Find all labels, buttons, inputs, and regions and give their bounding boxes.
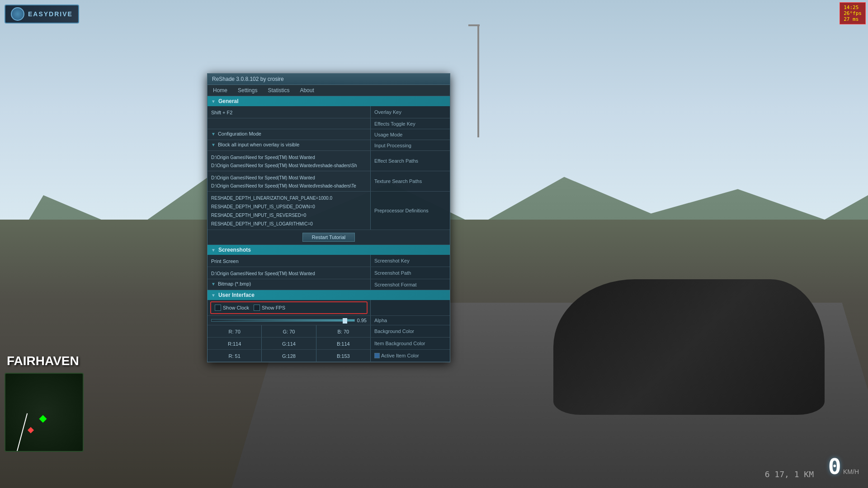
item-b-value: B:114 xyxy=(337,341,350,347)
texture-paths-value: D:\Origin Games\Need for Speed(TM) Most … xyxy=(211,175,356,188)
print-screen-row: Print Screen Screenshot Key xyxy=(208,255,450,267)
general-section-label: General xyxy=(218,98,239,104)
show-clock-fps-right xyxy=(371,300,450,315)
restart-tutorial-button[interactable]: Restart Tutorial xyxy=(302,233,355,242)
bg-r-value: R: 70 xyxy=(229,329,241,334)
screenshot-path-label-text: Screenshot Path xyxy=(374,270,411,276)
input-processing-label-text: Input Processing xyxy=(374,143,411,148)
easydrive-icon xyxy=(11,7,24,21)
bg-r-cell[interactable]: R: 70 xyxy=(208,325,262,337)
preprocessor-input[interactable]: RESHADE_DEPTH_LINEARIZATION_FAR_PLANE=10… xyxy=(208,192,371,230)
bg-color-row: R: 70 G: 70 B: 70 Background Color xyxy=(208,325,450,338)
active-b-cell[interactable]: B:153 xyxy=(316,350,371,361)
reshade-content: ▼ General Shift + F2 Overlay Key Effects… xyxy=(208,96,450,362)
block-input-arrow: ▼ xyxy=(211,142,216,147)
preprocessor-value: RESHADE_DEPTH_LINEARIZATION_FAR_PLANE=10… xyxy=(211,196,332,226)
menu-statistics[interactable]: Statistics xyxy=(266,86,291,94)
active-color-swatch xyxy=(374,353,380,358)
block-input-value: Block all input when overlay is visible xyxy=(218,142,299,147)
item-g-cell[interactable]: G:114 xyxy=(262,338,316,349)
show-fps-item[interactable]: Show FPS xyxy=(254,305,285,311)
effect-paths-value: D:\Origin Games\Need for Speed(TM) Most … xyxy=(211,155,357,168)
show-fps-label: Show FPS xyxy=(262,305,285,310)
hud-top-left: EASYDRIVE xyxy=(5,5,79,23)
block-input-row: ▼ Block all input when overlay is visibl… xyxy=(208,140,450,151)
item-bg-color-label-text: Item Background Color xyxy=(374,341,425,346)
active-r-cell[interactable]: R: 51 xyxy=(208,350,262,361)
easydrive-label: EASYDRIVE xyxy=(28,10,73,18)
checkbox-row: Show Clock Show FPS xyxy=(210,301,368,314)
screenshot-format-value: Bitmap (*.bmp) xyxy=(218,281,251,286)
active-color-label-text: Active Item Color xyxy=(381,353,419,358)
screenshot-key-label: Screenshot Key xyxy=(371,255,450,267)
texture-paths-row: D:\Origin Games\Need for Speed(TM) Most … xyxy=(208,171,450,192)
ui-section-label: User Interface xyxy=(218,292,255,298)
screenshot-format-row: ▼ Bitmap (*.bmp) Screenshot Format xyxy=(208,279,450,290)
show-fps-checkbox[interactable] xyxy=(254,305,260,311)
config-mode-value: Configuration Mode xyxy=(218,131,261,136)
print-screen-input[interactable]: Print Screen xyxy=(208,255,371,267)
car-silhouette xyxy=(553,279,825,415)
screenshots-section-header[interactable]: ▼ Screenshots xyxy=(208,245,450,255)
show-clock-item[interactable]: Show Clock xyxy=(215,305,249,311)
minimap-player-marker xyxy=(39,415,47,423)
alpha-slider-container[interactable]: 0.95 xyxy=(208,316,371,325)
alpha-value: 0.95 xyxy=(357,318,367,323)
input-processing-label: Input Processing xyxy=(371,140,450,150)
distance-hud: 6 17, 1 KM xyxy=(765,469,814,479)
minimap-enemy-marker xyxy=(28,427,34,433)
overlay-key-value: Shift + F2 xyxy=(211,110,232,115)
screenshot-format-label: Screenshot Format xyxy=(371,279,450,290)
preprocessor-label: Preprocessor Definitions xyxy=(371,192,450,230)
screenshot-path-row: D:\Origin Games\Need for Speed(TM) Most … xyxy=(208,267,450,279)
reshade-title: ReShade 3.0.8.102 by crosire xyxy=(212,76,284,82)
usage-mode-label: Usage Mode xyxy=(371,129,450,140)
block-input-dropdown[interactable]: ▼ Block all input when overlay is visibl… xyxy=(208,140,371,150)
preprocessor-row: RESHADE_DEPTH_LINEARIZATION_FAR_PLANE=10… xyxy=(208,192,450,230)
speed-hud: 0 KM/H xyxy=(828,454,859,479)
alpha-slider-bar[interactable] xyxy=(211,319,355,322)
effect-paths-label: Effect Search Paths xyxy=(371,151,450,171)
preprocessor-label-text: Preprocessor Definitions xyxy=(374,208,429,213)
item-g-value: G:114 xyxy=(282,341,296,347)
perf-time: 14:25 xyxy=(844,5,862,10)
restart-tutorial-container: Restart Tutorial xyxy=(208,230,450,245)
screenshot-path-input[interactable]: D:\Origin Games\Need for Speed(TM) Most … xyxy=(208,267,371,279)
overlay-key-input[interactable]: Shift + F2 xyxy=(208,106,371,118)
show-clock-fps-container: Show Clock Show FPS xyxy=(208,300,371,315)
reshade-menubar: Home Settings Statistics About xyxy=(208,85,450,96)
bg-g-cell[interactable]: G: 70 xyxy=(262,325,316,337)
speed-value: 0 xyxy=(828,454,841,479)
bg-b-cell[interactable]: B: 70 xyxy=(316,325,371,337)
screenshot-key-label-text: Screenshot Key xyxy=(374,258,410,263)
screenshot-path-label: Screenshot Path xyxy=(371,267,450,279)
item-r-cell[interactable]: R:114 xyxy=(208,338,262,349)
alpha-label-text: Alpha xyxy=(374,318,387,323)
speed-unit: KM/H xyxy=(843,468,859,475)
effect-paths-input[interactable]: D:\Origin Games\Need for Speed(TM) Most … xyxy=(208,151,371,171)
minimap-road xyxy=(15,413,28,452)
show-clock-checkbox[interactable] xyxy=(215,305,221,311)
item-b-cell[interactable]: B:114 xyxy=(316,338,371,349)
config-mode-dropdown[interactable]: ▼ Configuration Mode xyxy=(208,129,371,140)
easydrive-badge: EASYDRIVE xyxy=(5,5,79,23)
texture-paths-label: Texture Search Paths xyxy=(371,171,450,191)
menu-settings[interactable]: Settings xyxy=(236,86,259,94)
general-section-header[interactable]: ▼ General xyxy=(208,96,450,106)
street-lamp xyxy=(477,24,479,137)
effects-toggle-label-text: Effects Toggle Key xyxy=(374,121,415,127)
bg-color-label: Background Color xyxy=(371,325,450,337)
effects-toggle-input[interactable] xyxy=(208,118,371,129)
config-mode-arrow: ▼ xyxy=(211,131,216,136)
texture-paths-input[interactable]: D:\Origin Games\Need for Speed(TM) Most … xyxy=(208,171,371,191)
item-bg-color-label: Item Background Color xyxy=(371,338,450,349)
reshade-overlay: ReShade 3.0.8.102 by crosire Home Settin… xyxy=(207,73,450,362)
alpha-slider-thumb[interactable] xyxy=(343,318,347,324)
ui-section-header[interactable]: ▼ User Interface xyxy=(208,290,450,300)
screenshot-format-dropdown[interactable]: ▼ Bitmap (*.bmp) xyxy=(208,279,371,290)
active-color-label: Active Item Color xyxy=(371,350,450,361)
menu-home[interactable]: Home xyxy=(211,86,229,94)
active-b-value: B:153 xyxy=(337,353,350,359)
active-g-cell[interactable]: G:128 xyxy=(262,350,316,361)
menu-about[interactable]: About xyxy=(298,86,316,94)
